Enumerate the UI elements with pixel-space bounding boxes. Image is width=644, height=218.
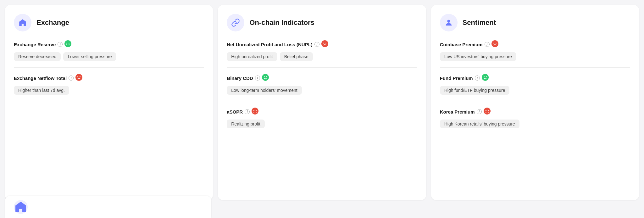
tags-row-binary-cdd: Low long-term holders' movement	[227, 86, 417, 95]
card-header-sentiment: Sentiment	[440, 14, 630, 31]
section-coinbase-premium: Coinbase Premiumi Low US investors' buyi…	[440, 40, 630, 68]
sentiment-emoji-exchange-netflow	[75, 74, 82, 82]
card-header-exchange: Exchange	[14, 14, 204, 31]
tag: High Korean retails' buying pressure	[440, 120, 519, 128]
svg-point-0	[64, 40, 71, 47]
section-header-korea-premium: Korea Premiumi	[440, 108, 630, 116]
section-title-korea-premium: Korea Premium	[440, 109, 475, 115]
card-on-chain: On-chain IndicatorsNet Unrealized Profit…	[218, 5, 426, 200]
svg-point-22	[484, 108, 491, 115]
sentiment-emoji-fund-premium	[482, 74, 489, 82]
section-exchange-netflow: Exchange Netflow Totali Higher than last…	[14, 74, 204, 101]
svg-point-14	[256, 110, 257, 111]
svg-point-4	[77, 76, 78, 77]
svg-point-10	[264, 76, 265, 77]
svg-point-1	[66, 43, 67, 44]
section-binary-cdd: Binary CDDi Low long-term holders' movem…	[227, 74, 417, 101]
partial-card	[5, 196, 211, 218]
svg-point-20	[484, 76, 485, 77]
section-exchange-reserve: Exchange Reservei Reserve decreasedLower…	[14, 40, 204, 68]
sentiment-emoji-binary-cdd	[262, 74, 269, 82]
section-header-binary-cdd: Binary CDDi	[227, 74, 417, 82]
svg-point-9	[262, 74, 269, 81]
tag: Lower selling pressure	[63, 52, 116, 61]
svg-point-17	[493, 43, 494, 44]
svg-point-13	[253, 110, 254, 111]
cards-container: ExchangeExchange Reservei Reserve decrea…	[5, 5, 639, 200]
info-icon[interactable]: i	[477, 109, 482, 114]
home-icon	[14, 14, 31, 31]
card-title-sentiment: Sentiment	[463, 19, 496, 27]
svg-point-23	[486, 110, 486, 111]
section-title-fund-premium: Fund Premium	[440, 75, 473, 81]
section-header-exchange-reserve: Exchange Reservei	[14, 40, 204, 48]
svg-point-8	[325, 43, 326, 44]
svg-point-12	[252, 108, 258, 115]
section-header-nupl: Net Unrealized Profit and Loss (NUPL)i	[227, 40, 417, 48]
section-header-coinbase-premium: Coinbase Premiumi	[440, 40, 630, 48]
svg-point-7	[323, 43, 324, 44]
sentiment-emoji-asopr	[252, 108, 258, 116]
section-header-exchange-netflow: Exchange Netflow Totali	[14, 74, 204, 82]
negative-emoji-icon	[75, 74, 82, 81]
svg-point-21	[486, 76, 487, 77]
svg-point-19	[482, 74, 489, 81]
tags-row-korea-premium: High Korean retails' buying pressure	[440, 120, 630, 128]
negative-emoji-icon	[252, 108, 258, 115]
card-title-on-chain: On-chain Indicators	[249, 19, 314, 27]
tags-row-nupl: High unrealized profitBelief phase	[227, 52, 417, 61]
sentiment-emoji-exchange-reserve	[64, 40, 71, 48]
tags-row-fund-premium: High fund/ETF buying pressure	[440, 86, 630, 95]
info-icon[interactable]: i	[69, 75, 74, 81]
sentiment-emoji-nupl	[321, 40, 328, 48]
tags-row-exchange-netflow: Higher than last 7d avg.	[14, 86, 204, 95]
svg-point-6	[321, 40, 328, 47]
partial-card-icon	[14, 200, 28, 214]
positive-emoji-icon	[482, 74, 489, 81]
person-icon	[440, 14, 458, 31]
info-icon[interactable]: i	[245, 109, 250, 114]
tags-row-coinbase-premium: Low US investors' buying pressure	[440, 52, 630, 61]
tags-row-asopr: Realizing profit	[227, 120, 417, 128]
section-nupl: Net Unrealized Profit and Loss (NUPL)i H…	[227, 40, 417, 68]
section-header-fund-premium: Fund Premiumi	[440, 74, 630, 82]
section-fund-premium: Fund Premiumi High fund/ETF buying press…	[440, 74, 630, 101]
info-icon[interactable]: i	[485, 42, 490, 47]
section-title-nupl: Net Unrealized Profit and Loss (NUPL)	[227, 42, 313, 47]
tags-row-exchange-reserve: Reserve decreasedLower selling pressure	[14, 52, 204, 61]
negative-emoji-icon	[491, 40, 498, 47]
tag: High unrealized profit	[227, 52, 277, 61]
link-icon	[227, 14, 244, 31]
svg-point-18	[496, 43, 497, 44]
svg-point-3	[75, 74, 82, 81]
section-title-exchange-reserve: Exchange Reserve	[14, 42, 56, 47]
tag: Reserve decreased	[14, 52, 61, 61]
svg-point-5	[80, 76, 80, 77]
tag: Realizing profit	[227, 120, 265, 128]
positive-emoji-icon	[64, 40, 71, 47]
svg-point-2	[69, 43, 69, 44]
info-icon[interactable]: i	[314, 42, 319, 47]
card-header-on-chain: On-chain Indicators	[227, 14, 417, 31]
card-sentiment: SentimentCoinbase Premiumi Low US invest…	[431, 5, 639, 200]
card-exchange: ExchangeExchange Reservei Reserve decrea…	[5, 5, 213, 200]
svg-point-16	[491, 40, 498, 47]
svg-point-24	[488, 110, 489, 111]
info-icon[interactable]: i	[58, 42, 63, 47]
section-header-asopr: aSOPRi	[227, 108, 417, 116]
tag: Belief phase	[280, 52, 313, 61]
svg-point-11	[266, 76, 267, 77]
tag: Low long-term holders' movement	[227, 86, 302, 95]
section-title-coinbase-premium: Coinbase Premium	[440, 42, 483, 47]
tag: Low US investors' buying pressure	[440, 52, 516, 61]
section-title-binary-cdd: Binary CDD	[227, 75, 253, 81]
section-korea-premium: Korea Premiumi High Korean retails' buyi…	[440, 108, 630, 135]
section-asopr: aSOPRi Realizing profit	[227, 108, 417, 135]
info-icon[interactable]: i	[255, 75, 260, 81]
svg-point-15	[447, 20, 450, 23]
sentiment-emoji-coinbase-premium	[491, 40, 498, 48]
info-icon[interactable]: i	[475, 75, 480, 81]
tag: Higher than last 7d avg.	[14, 86, 69, 95]
card-title-exchange: Exchange	[36, 19, 69, 27]
tag: High fund/ETF buying pressure	[440, 86, 510, 95]
